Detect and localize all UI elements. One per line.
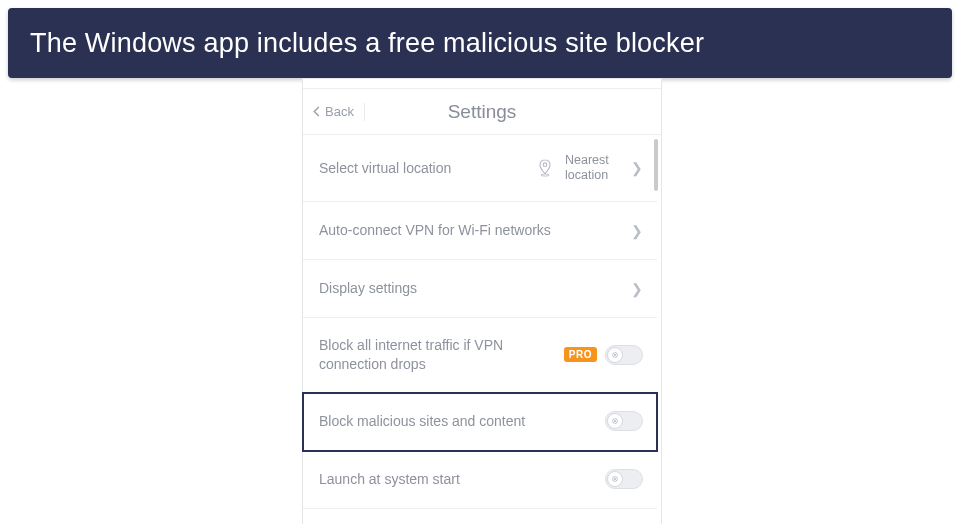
toggle-knob: [607, 413, 623, 429]
chevron-right-icon: ❯: [631, 223, 643, 239]
panel-header: Back Settings: [303, 89, 661, 135]
row-label: Select virtual location: [319, 159, 527, 178]
row-display-settings[interactable]: Display settings ❯: [303, 260, 657, 318]
row-label: Auto-connect VPN for Wi-Fi networks: [319, 221, 623, 240]
location-pin-icon: [535, 158, 555, 178]
back-button[interactable]: Back: [303, 103, 365, 121]
row-launch-start[interactable]: Launch at system start: [303, 451, 657, 509]
toggle-off-icon: [611, 417, 619, 425]
caption-text: The Windows app includes a free maliciou…: [30, 28, 704, 59]
toggle-block-malicious[interactable]: [605, 411, 643, 431]
chevron-left-icon: [313, 106, 321, 117]
row-block-malicious[interactable]: Block malicious sites and content: [303, 393, 657, 451]
toggle-kill-switch[interactable]: [605, 345, 643, 365]
row-auto-connect[interactable]: Auto-connect VPN for Wi-Fi networks ❯: [303, 202, 657, 260]
settings-panel: Back Settings Select virtual location Ne…: [302, 78, 662, 524]
svg-point-0: [541, 174, 549, 176]
row-kill-switch[interactable]: Block all internet traffic if VPN connec…: [303, 318, 657, 393]
row-label: Block malicious sites and content: [319, 412, 597, 431]
row-virtual-location[interactable]: Select virtual location Nearest location…: [303, 135, 657, 202]
row-label: Launch at system start: [319, 470, 597, 489]
toggle-launch-start[interactable]: [605, 469, 643, 489]
row-label: Display settings: [319, 279, 623, 298]
toggle-knob: [607, 347, 623, 363]
toggle-off-icon: [611, 475, 619, 483]
back-label: Back: [325, 104, 354, 119]
scrollbar-thumb[interactable]: [654, 139, 658, 191]
panel-top-strip: [303, 79, 661, 89]
settings-list: Select virtual location Nearest location…: [303, 135, 657, 524]
toggle-off-icon: [611, 351, 619, 359]
row-diagnostic[interactable]: Send diagnostic data: [303, 509, 657, 524]
row-value: Nearest location: [565, 153, 623, 183]
toggle-knob: [607, 471, 623, 487]
chevron-right-icon: ❯: [631, 281, 643, 297]
caption-bar: The Windows app includes a free maliciou…: [8, 8, 952, 78]
chevron-right-icon: ❯: [631, 160, 643, 176]
pro-badge: PRO: [564, 347, 597, 362]
row-label: Block all internet traffic if VPN connec…: [319, 336, 556, 374]
